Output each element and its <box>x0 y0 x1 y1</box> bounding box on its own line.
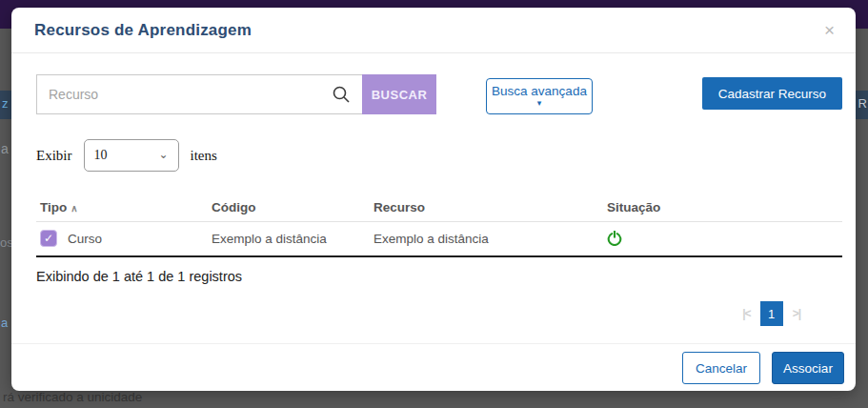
cancel-button[interactable]: Cancelar <box>682 352 760 384</box>
advanced-search-button[interactable]: Busca avançada ▾ <box>486 78 593 114</box>
pagination: |< 1 >| <box>36 301 802 326</box>
column-header-label: Tipo <box>40 200 67 214</box>
background-text-fragment: a <box>1 141 9 156</box>
table-row: ✓ Curso Exemplo a distância Exemplo a di… <box>36 222 842 255</box>
column-header-situacao[interactable]: Situação <box>603 194 842 221</box>
column-header-recurso[interactable]: Recurso <box>370 194 603 221</box>
search-group: BUSCAR <box>36 74 436 114</box>
modal-header: Recursos de Aprendizagem × <box>11 8 856 53</box>
register-resource-button[interactable]: Cadastrar Recurso <box>702 77 842 110</box>
table-header: Tipo∧ Código Recurso Situação <box>36 194 842 222</box>
power-icon <box>607 231 622 246</box>
column-header-codigo[interactable]: Código <box>208 194 370 221</box>
first-page-icon[interactable]: |< <box>740 305 752 322</box>
resources-table: Tipo∧ Código Recurso Situação ✓ Curso Ex… <box>36 194 842 257</box>
modal-body: BUSCAR Busca avançada ▾ Cadastrar Recurs… <box>11 53 856 326</box>
search-row: BUSCAR Busca avançada ▾ Cadastrar Recurs… <box>36 74 842 114</box>
cell-codigo: Exemplo a distância <box>208 222 370 255</box>
column-header-tipo[interactable]: Tipo∧ <box>36 194 208 221</box>
row-checkbox[interactable]: ✓ <box>40 230 57 247</box>
caret-down-icon: ▾ <box>537 99 542 108</box>
learning-resources-modal: Recursos de Aprendizagem × BUSCAR Busca … <box>11 8 856 391</box>
associate-button[interactable]: Associar <box>772 352 844 384</box>
page-1-button[interactable]: 1 <box>760 301 783 326</box>
buscar-button[interactable]: BUSCAR <box>362 74 436 114</box>
advanced-search-label: Busca avançada <box>492 85 587 98</box>
sort-asc-icon: ∧ <box>71 203 77 214</box>
background-text-fragment: z <box>2 96 9 111</box>
records-summary: Exibindo de 1 até 1 de 1 registros <box>36 269 842 284</box>
page-size-suffix: itens <box>191 148 217 164</box>
cell-tipo-label: Curso <box>68 232 102 246</box>
search-icon <box>332 85 351 104</box>
page-size-row: Exibir 10 ⌄ itens <box>36 139 842 172</box>
page-size-value: 10 <box>94 148 108 163</box>
cell-recurso: Exemplo a distância <box>370 222 603 255</box>
background-text-fragment: a <box>1 316 8 330</box>
last-page-icon[interactable]: >| <box>791 305 802 322</box>
cell-situacao <box>603 222 842 255</box>
chevron-down-icon: ⌄ <box>158 152 168 158</box>
cell-tipo: ✓ Curso <box>36 222 208 255</box>
search-input[interactable] <box>36 74 362 114</box>
page-size-select[interactable]: 10 ⌄ <box>84 139 179 172</box>
page-size-label: Exibir <box>36 148 72 164</box>
background-text-fragment: R <box>858 96 867 111</box>
background-text-fragment: rá verificado a unicidade <box>3 390 142 404</box>
close-icon[interactable]: × <box>824 21 835 39</box>
modal-footer: Cancelar Associar <box>11 343 856 391</box>
modal-title: Recursos de Aprendizagem <box>34 21 252 40</box>
